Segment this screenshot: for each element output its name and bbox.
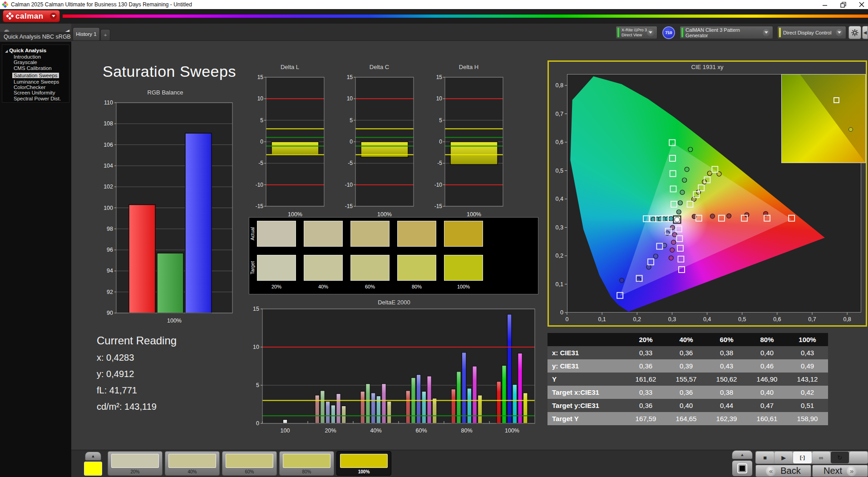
pattern-level-100%[interactable]: 100% — [336, 451, 391, 476]
pattern-window-button[interactable]: [·] — [793, 452, 811, 463]
pattern-level-label: 80% — [280, 469, 334, 474]
svg-text:-10: -10 — [434, 182, 443, 188]
logo-bar: calman — [0, 9, 868, 24]
target-swatch-20% — [257, 255, 296, 281]
sidebar-item-spectral-power-dist-[interactable]: Spectral Power Dist. — [12, 96, 68, 101]
pattern-popup-button[interactable]: ▲ — [85, 452, 101, 461]
close-button[interactable] — [859, 2, 864, 7]
stop-button[interactable]: ■ — [756, 452, 774, 463]
sidebar-item-cms-calibration[interactable]: CMS Calibration — [12, 65, 68, 71]
display-status-bar — [779, 28, 781, 37]
actual-swatch-40% — [304, 221, 343, 247]
svg-text:100: 100 — [104, 205, 113, 211]
tree-root-quick-analysis[interactable]: ◢Quick Analysis — [5, 48, 68, 53]
meter-dropdown[interactable]: X-Rite i1Pro 3Direct View — [616, 26, 657, 39]
table-cell: 0,33 — [626, 388, 666, 396]
swatch-level-label: 80% — [397, 284, 436, 289]
pattern-level-label: 20% — [108, 469, 162, 474]
meter-710-badge[interactable]: 710 — [662, 26, 675, 39]
delta-l-title: Delta L — [252, 64, 327, 71]
svg-text:5: 5 — [439, 117, 442, 124]
current-reading: Current Reading x: 0,4283 y: 0,4912 fL: … — [97, 334, 177, 418]
pattern-bar: ▲ 20%40%60%80%100% ▲ ■▶[·]∞↻ « Back Next… — [71, 450, 868, 477]
sidebar-item-luminance-sweeps[interactable]: Luminance Sweeps — [12, 79, 68, 84]
svg-text:94: 94 — [107, 268, 113, 274]
display-name: Direct Display Control — [783, 30, 831, 35]
table-cell: 0,44 — [706, 402, 747, 409]
svg-text:-10: -10 — [345, 182, 353, 188]
swatch-level-label: 40% — [304, 284, 343, 289]
actual-swatch-80% — [397, 221, 436, 247]
sidebar-item-grayscale[interactable]: Grayscale — [12, 60, 68, 65]
tab-history-1[interactable]: History 1 — [73, 27, 100, 40]
rgb-balance-chart: RGB Balance 9092949698100102104106108110… — [94, 89, 236, 343]
gear-icon — [851, 29, 858, 36]
pattern-window-icon: [·] — [800, 455, 805, 460]
back-button[interactable]: « Back — [755, 465, 811, 477]
delta-h-title: Delta H — [431, 64, 506, 71]
calman-menu-button[interactable]: calman — [3, 10, 60, 22]
table-row: Target y:CIE310,360,400,440,470,51 — [547, 399, 828, 412]
sidebar-item-introduction[interactable]: Introduction — [12, 54, 68, 60]
transport-popup-button[interactable]: ▲ — [732, 450, 753, 459]
table-cell: 0,38 — [706, 388, 747, 396]
measurement-table: 20%40%60%80%100%x: CIE310,330,360,380,40… — [547, 333, 828, 425]
table-cell: 0,36 — [666, 349, 706, 357]
svg-text:0: 0 — [560, 309, 563, 316]
svg-text:15: 15 — [436, 74, 443, 80]
window-titlebar: Calman 2025 Calman Ultimate for Business… — [0, 0, 868, 9]
display-dropdown[interactable]: Direct Display Control — [777, 26, 846, 39]
source-dropdown[interactable]: CalMAN Client 3 Pattern Generator — [680, 26, 773, 39]
pattern-level-40%[interactable]: 40% — [165, 451, 220, 476]
blank-button[interactable] — [849, 452, 868, 463]
sidebar-item-saturation-sweeps[interactable]: Saturation Sweeps — [12, 73, 59, 78]
table-cell: 146,90 — [747, 375, 787, 383]
pattern-level-60%[interactable]: 60% — [222, 451, 277, 476]
play-button[interactable]: ▶ — [774, 452, 793, 463]
transport-row: ■▶[·]∞↻ — [755, 451, 868, 464]
table-row-label: Target y:CIE31 — [547, 402, 626, 409]
svg-text:15: 15 — [347, 74, 353, 80]
sidebar-item-screen-uniformity[interactable]: Screen Uniformity — [12, 90, 68, 95]
svg-text:0,5: 0,5 — [556, 168, 563, 174]
table-cell: 0,40 — [666, 402, 706, 409]
tab-add-button[interactable]: + — [100, 29, 110, 40]
stop-measure-button[interactable] — [732, 460, 753, 477]
svg-text:100%: 100% — [505, 427, 519, 434]
workflow-tree: ◢Quick Analysis IntroductionGrayscaleCMS… — [2, 45, 69, 103]
tree-expander-icon: ◢ — [5, 49, 8, 53]
settings-gear-button[interactable] — [848, 26, 861, 39]
svg-text:60%: 60% — [415, 427, 427, 434]
table-cell: 0,40 — [747, 349, 787, 357]
rgb-balance-title: RGB Balance — [94, 89, 236, 96]
reading-y: y: 0,4912 — [97, 369, 177, 379]
table-cell: 0,51 — [787, 402, 828, 409]
sidebar-item-colorchecker[interactable]: ColorChecker — [12, 84, 68, 90]
table-row-label: y: CIE31 — [547, 362, 626, 370]
svg-text:98: 98 — [107, 226, 113, 232]
pattern-level-20%[interactable]: 20% — [108, 451, 163, 476]
pattern-level-swatch — [283, 454, 330, 468]
sidebar: Quick Analysis NBC sRGB ◢Quick Analysis … — [0, 41, 71, 477]
table-cell: 0,43 — [706, 362, 747, 370]
svg-text:92: 92 — [107, 289, 113, 295]
svg-text:0,3: 0,3 — [556, 224, 563, 231]
toolbar-collapse-icon[interactable]: ◀ — [862, 26, 868, 39]
pattern-level-80%[interactable]: 80% — [279, 451, 334, 476]
next-button[interactable]: Next » — [812, 465, 868, 477]
reading-cdm2: cd/m²: 143,119 — [97, 402, 177, 412]
table-cell: 162,39 — [706, 415, 747, 422]
current-pattern-swatch[interactable] — [84, 462, 102, 476]
loop-button[interactable]: ∞ — [812, 452, 830, 463]
delta-h-chart: Delta H -15-10-5051015100% — [431, 64, 506, 223]
restore-button[interactable] — [840, 2, 846, 8]
svg-text:100%: 100% — [377, 211, 392, 218]
table-row-label: Y — [547, 375, 626, 383]
minimize-button[interactable] — [822, 2, 828, 7]
resume-button[interactable]: ↻ — [831, 452, 849, 463]
svg-text:0,7: 0,7 — [808, 316, 816, 323]
pattern-level-swatch — [226, 454, 273, 468]
svg-text:96: 96 — [107, 247, 113, 253]
table-cell: 160,61 — [747, 415, 787, 422]
svg-text:0: 0 — [260, 139, 263, 145]
